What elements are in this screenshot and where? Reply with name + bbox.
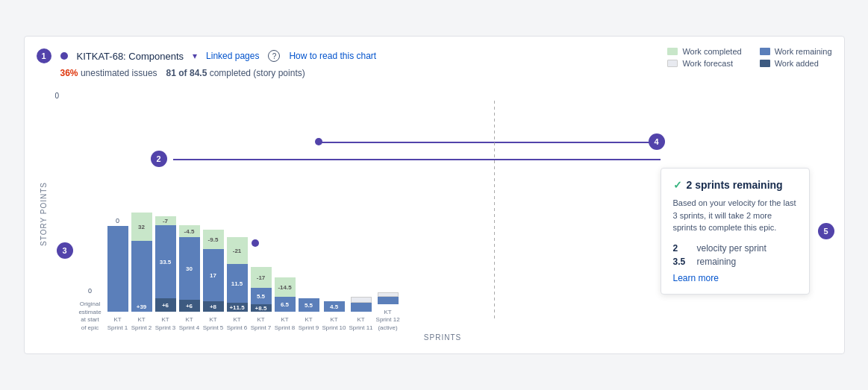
sprint-name: KITKAT-68: Components — [77, 51, 184, 62]
info-box-desc: Based on your velocity for the last 3 sp… — [673, 197, 797, 234]
bar-seg-3a: +6 — [155, 298, 176, 312]
bar-label-9: KTSprint 9 — [299, 316, 319, 332]
velocity-num: 2 — [673, 243, 691, 254]
bar-seg-10a: 4.5 — [324, 301, 345, 312]
unestimated-pct: 36% — [60, 68, 78, 78]
legend-box-forecast — [667, 60, 678, 67]
bar-val-8a: 6.5 — [281, 301, 289, 308]
bar-val-6b: 11.5 — [231, 280, 243, 287]
bar-label-10: KTSprint 10 — [322, 316, 346, 332]
annotation-2: 2 — [151, 151, 167, 167]
bar-val-3b: 33.5 — [160, 259, 172, 265]
bar-seg-12a — [378, 297, 399, 304]
bar-label-11: KTSprint 11 — [349, 316, 373, 332]
bar-seg-5a: +8 — [203, 301, 224, 312]
bar-seg-11a — [351, 303, 372, 312]
annotation-1: 1 — [37, 48, 51, 63]
velocity-row-2: 3.5 remaining — [673, 257, 797, 267]
bar-label-original: Originalestimateat startof epic — [76, 301, 104, 332]
bar-seg-1 — [107, 226, 128, 312]
legend-box-completed — [667, 48, 678, 55]
bar-seg-7b: 5.5 — [251, 288, 272, 304]
bar-group-10: 4.5 KTSprint 10 — [322, 301, 346, 332]
bar-val-4b: 30 — [186, 265, 193, 272]
bar-seg-8a: 6.5 — [275, 297, 296, 312]
bar-seg-11b — [351, 297, 372, 303]
completed-label: completed (story points) — [210, 68, 305, 78]
legend-label-remaining: Work remaining — [775, 47, 832, 56]
guide-line-4 — [319, 142, 661, 143]
bar-group-5: +8 17 -9.5 KTSprint 5 — [203, 230, 224, 332]
bar-label-12: KTSprint 12(active) — [376, 309, 400, 332]
bar-val-6a: +11.5 — [229, 304, 244, 311]
bar-seg-2b: 32 — [131, 213, 152, 241]
bar-val-5c: -9.5 — [208, 236, 219, 243]
unestimated-label: unestimated issues — [81, 68, 157, 78]
bar-val-4c: -4.5 — [184, 228, 195, 235]
epic-dot — [60, 52, 68, 60]
learn-more-link[interactable]: Learn more — [673, 273, 797, 283]
bar-group-1: 0 KTSprint 1 — [107, 217, 128, 332]
bar-label-4: KTSprint 4 — [179, 316, 200, 332]
bar-seg-4b: 30 — [179, 237, 200, 300]
annotation-5: 5 — [818, 223, 834, 239]
how-to-link[interactable]: How to read this chart — [289, 51, 376, 61]
bar-group-2: +39 32 KTSprint 2 — [131, 213, 152, 332]
bar-val-7c: -17 — [257, 274, 266, 281]
y-axis-wrapper: STORY POINTS — [37, 86, 54, 342]
bar-group-8: 6.5 -14.5 KTSprint 8 — [275, 277, 296, 332]
linked-pages-link[interactable]: Linked pages — [206, 51, 259, 61]
guide-dot-3 — [252, 239, 259, 247]
bar-label-7: KTSprint 7 — [251, 316, 272, 332]
stats-row: 36% unestimated issues 81 of 84.5 comple… — [37, 68, 832, 78]
bar-group-original: 0 Originalestimateat startof epic — [76, 287, 104, 332]
bar-group-4: +6 30 -4.5 KTSprint 4 — [179, 225, 200, 332]
bar-top-0: 0 — [88, 287, 92, 295]
legend-label-completed: Work completed — [682, 47, 741, 56]
remaining-label: remaining — [697, 257, 737, 267]
legend-work-added: Work added — [760, 59, 832, 68]
bar-val-5b: 17 — [210, 272, 216, 279]
bar-label-2: KTSprint 2 — [131, 316, 152, 332]
bar-seg-4a: +6 — [179, 300, 200, 312]
bar-val-8b: -14.5 — [278, 284, 291, 291]
bar-label-3: KTSprint 3 — [155, 316, 176, 332]
bar-seg-2a: +39 — [131, 241, 152, 312]
chart-wrapper: STORY POINTS 0 2 3 4 — [37, 86, 832, 342]
burndown-chart-card: 1 KITKAT-68: Components ▾ Linked pages ?… — [24, 36, 845, 354]
legend-box-added — [760, 60, 770, 67]
remaining-num: 3.5 — [673, 257, 691, 267]
bar-group-7: +8.5 5.5 -17 KTSprint 7 — [251, 267, 272, 332]
bar-val-10a: 4.5 — [330, 303, 338, 310]
legend-label-forecast: Work forecast — [682, 59, 733, 68]
legend-work-completed: Work completed — [667, 47, 741, 56]
info-box-title-text: 2 sprints remaining — [687, 179, 783, 191]
bar-seg-4c: -4.5 — [179, 225, 200, 237]
bar-val-7b: 5.5 — [257, 293, 265, 300]
bar-val-9a: 5.5 — [305, 302, 313, 309]
dropdown-icon[interactable]: ▾ — [193, 51, 197, 61]
help-icon[interactable]: ? — [268, 50, 280, 62]
x-axis-label: SPRINTS — [54, 333, 832, 342]
bar-seg-5c: -9.5 — [203, 230, 224, 249]
bar-val-2b: 32 — [138, 224, 145, 230]
bar-seg-9a: 5.5 — [299, 298, 319, 312]
bar-group-12: KTSprint 12(active) — [376, 292, 400, 332]
legend: Work completed Work remaining Work forec… — [667, 47, 831, 68]
legend-label-added: Work added — [775, 59, 819, 68]
bar-seg-5b: 17 — [203, 249, 224, 301]
bar-group-6: +11.5 11.5 -21 KTSprint 6 — [227, 237, 248, 332]
bar-val-7a: +8.5 — [255, 305, 267, 312]
bar-seg-7c: -17 — [251, 267, 272, 288]
guide-line-2 — [173, 159, 661, 160]
chart-main: 0 2 3 4 0 Originalesti — [54, 86, 832, 342]
bar-val-6c: -21 — [233, 248, 242, 254]
completed-count: 81 of 84.5 — [166, 68, 207, 78]
bar-val-3c: -7 — [163, 218, 168, 224]
legend-work-remaining: Work remaining — [760, 47, 832, 56]
velocity-label: velocity per sprint — [697, 243, 766, 254]
bar-group-11: KTSprint 11 — [349, 297, 373, 332]
bar-seg-7a: +8.5 — [251, 304, 272, 312]
bar-val-2a: +39 — [137, 303, 147, 310]
legend-box-remaining — [760, 48, 770, 55]
